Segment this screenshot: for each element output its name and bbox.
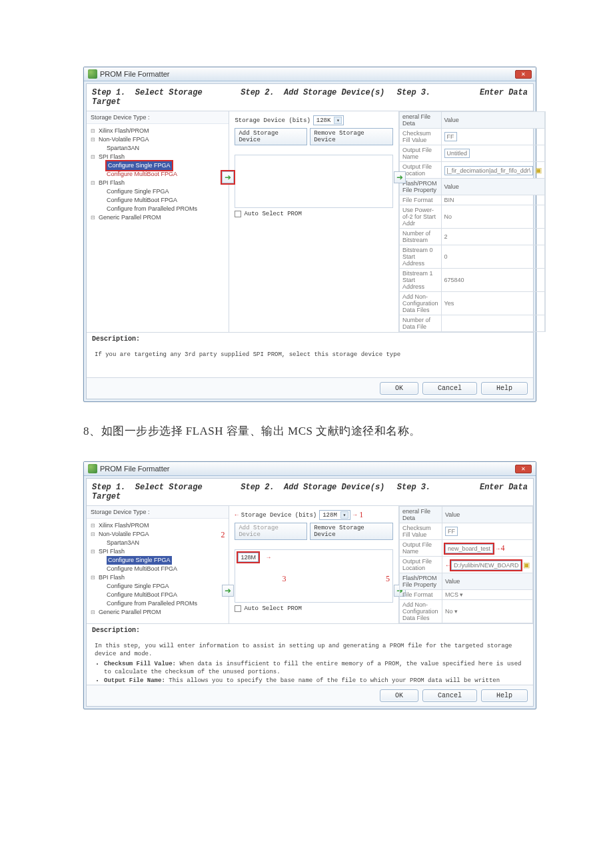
app-icon xyxy=(88,464,97,473)
close-button[interactable]: ✕ xyxy=(515,465,532,473)
checksum-input[interactable]: FF xyxy=(444,132,457,141)
output-name-input[interactable]: Untitled xyxy=(444,149,470,158)
description-text: In this step, you will enter information… xyxy=(87,637,533,685)
callout-5: 5 xyxy=(386,574,390,584)
remove-storage-button[interactable]: Remove Storage Device xyxy=(310,128,393,145)
caption-text: 8、如图一步步选择 FLASH 容量、输出 MCS 文献旳途径和名称。 xyxy=(83,423,536,439)
device-chip: 128M xyxy=(238,553,259,562)
checksum-input[interactable]: FF xyxy=(445,527,458,536)
tree-bpi: BPI Flash xyxy=(91,179,225,187)
output-name-input[interactable]: new_board_test xyxy=(445,544,493,553)
window-title: PROM File Formatter xyxy=(100,465,170,473)
storage-bits-label: Storage Device (bits) xyxy=(235,117,310,124)
storage-tree[interactable]: Xilinx Flash/PROM Non-Volatile FPGA Spar… xyxy=(87,519,229,619)
chevron-down-icon[interactable]: ▾ xyxy=(454,608,458,615)
auto-select-checkbox[interactable] xyxy=(235,211,241,217)
titlebar: PROM File Formatter ✕ xyxy=(84,462,536,476)
tree-spartan3an: Spartan3AN xyxy=(91,144,225,153)
output-location-input[interactable]: |_fir_decimation|ad_fir_fifo_ddr\ xyxy=(444,166,534,175)
arrow-left-button[interactable]: ➜ xyxy=(222,171,234,183)
tree-bpi-single: Configure Single FPGA xyxy=(91,187,225,196)
tree-xilinx: Xilinx Flash/PROM xyxy=(91,127,225,135)
auto-select-label: Auto Select PROM xyxy=(244,605,301,612)
step-header: Step 1. Select Storage Target Step 2. Ad… xyxy=(87,479,533,506)
folder-icon[interactable]: ▣ xyxy=(535,166,542,174)
tree-spi-multi: Configure MultiBoot FPGA xyxy=(91,170,225,179)
tree-bpi-multi: Configure MultiBoot FPGA xyxy=(91,196,225,205)
callout-4: 4 xyxy=(501,543,505,553)
arrow-annotation-icon: ← xyxy=(235,512,238,519)
prom-formatter-window-2: PROM File Formatter ✕ Step 1. Select Sto… xyxy=(83,461,536,709)
cancel-button[interactable]: Cancel xyxy=(422,382,477,395)
arrow-annotation-icon: → xyxy=(265,554,271,561)
callout-3: 3 xyxy=(282,574,286,584)
ok-button[interactable]: OK xyxy=(380,689,418,702)
auto-select-label: Auto Select PROM xyxy=(244,211,301,217)
window-title: PROM File Formatter xyxy=(100,70,170,78)
storage-tree[interactable]: Xilinx Flash/PROM Non-Volatile FPGA Spar… xyxy=(87,124,229,225)
callout-1: 1 xyxy=(359,510,363,520)
storage-bits-dropdown[interactable]: 128K xyxy=(313,115,344,125)
chevron-down-icon[interactable]: ▾ xyxy=(460,591,463,598)
tree-heading: Storage Device Type : xyxy=(87,111,229,124)
device-list xyxy=(235,155,393,208)
storage-bits-dropdown[interactable]: 128M xyxy=(319,510,350,520)
tree-nonvolatile: Non-Volatile FPGA xyxy=(91,135,225,144)
step-header: Step 1. Select Storage Target Step 2. Ad… xyxy=(87,84,533,111)
add-storage-button[interactable]: Add Storage Device xyxy=(235,128,307,145)
tree-spi-single: Configure Single FPGA xyxy=(91,556,225,565)
arrow-right-button[interactable]: ➜ xyxy=(394,171,406,183)
output-location-input[interactable]: D:/yulibin/NEW_BOARD xyxy=(451,561,522,570)
ok-button[interactable]: OK xyxy=(380,382,418,395)
remove-storage-button[interactable]: Remove Storage Device xyxy=(310,523,393,540)
help-button[interactable]: Help xyxy=(481,382,528,395)
titlebar: PROM File Formatter ✕ xyxy=(84,67,536,81)
description-label: Description: xyxy=(87,332,533,345)
cancel-button[interactable]: Cancel xyxy=(422,689,477,702)
description-label: Description: xyxy=(87,623,533,637)
scrollbar[interactable] xyxy=(545,111,546,332)
tree-bpi-paralleled: Configure from Paralleled PROMs xyxy=(91,205,225,213)
storage-bits-label: Storage Device (bits) xyxy=(241,512,316,519)
file-detail-table: eneral File DetaValue Checksum Fill Valu… xyxy=(399,506,533,623)
device-list: 128M → 3 5 xyxy=(235,549,393,603)
close-button[interactable]: ✕ xyxy=(515,70,532,79)
arrow-annotation-icon: → xyxy=(353,512,356,519)
file-detail-table: eneral File DetaValue Checksum Fill Valu… xyxy=(399,111,545,332)
auto-select-checkbox[interactable] xyxy=(235,605,241,612)
tree-heading: Storage Device Type : xyxy=(87,506,229,519)
add-storage-button[interactable]: Add Storage Device xyxy=(235,523,307,540)
tree-spi: SPI Flash xyxy=(91,153,225,161)
help-button[interactable]: Help xyxy=(481,689,528,702)
arrow-left-button[interactable]: ➜ xyxy=(222,585,234,597)
arrow-annotation-icon: → xyxy=(495,545,501,552)
prom-formatter-window-1: PROM File Formatter ✕ Step 1. Select Sto… xyxy=(83,67,536,402)
description-text: If you are targeting any 3rd party suppl… xyxy=(87,345,533,377)
tree-generic: Generic Parallel PROM xyxy=(91,213,225,222)
app-icon xyxy=(88,69,97,79)
tree-spi-single: Configure Single FPGA xyxy=(91,161,225,170)
arrow-annotation-icon: ← xyxy=(445,562,451,569)
folder-icon[interactable]: ▣ xyxy=(523,561,530,569)
callout-2: 2 xyxy=(221,530,225,540)
